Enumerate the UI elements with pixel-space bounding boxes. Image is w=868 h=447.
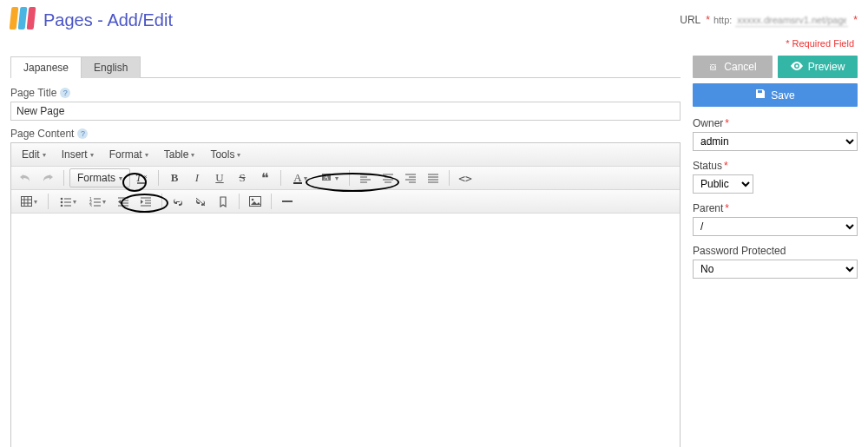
menu-table[interactable]: Table▾ bbox=[157, 145, 202, 164]
menu-format[interactable]: Format▾ bbox=[102, 145, 155, 164]
menu-insert[interactable]: Insert▾ bbox=[55, 145, 101, 164]
page-content-label: Page Content bbox=[10, 128, 74, 140]
page-heading: Pages - Add/Edit bbox=[43, 10, 173, 30]
clear-formatting-button[interactable]: T× bbox=[132, 168, 153, 187]
svg-rect-21 bbox=[21, 197, 31, 207]
tab-japanese[interactable]: Japanese bbox=[10, 56, 82, 78]
language-tabs: Japanese English bbox=[10, 56, 681, 78]
svg-point-48 bbox=[252, 199, 254, 201]
password-protected-select[interactable]: No bbox=[693, 260, 858, 279]
required-star-icon: * bbox=[725, 117, 729, 129]
image-button[interactable] bbox=[245, 192, 266, 211]
svg-point-30 bbox=[60, 205, 62, 207]
blockquote-button[interactable]: ❝ bbox=[254, 168, 275, 187]
align-center-button[interactable] bbox=[378, 168, 398, 187]
chevron-down-icon: ▾ bbox=[90, 151, 94, 159]
text-color-button[interactable]: A▾ bbox=[286, 168, 314, 187]
link-button[interactable] bbox=[168, 192, 188, 211]
align-left-button[interactable] bbox=[355, 168, 376, 187]
bullet-list-button[interactable]: ▾ bbox=[54, 192, 82, 211]
cancel-button[interactable]: ⦻ Cancel bbox=[693, 56, 773, 78]
tab-english[interactable]: English bbox=[81, 56, 141, 78]
outdent-button[interactable] bbox=[113, 192, 134, 211]
table-button[interactable]: ▾ bbox=[15, 192, 43, 211]
parent-label: Parent bbox=[693, 202, 723, 214]
url-label: URL bbox=[680, 14, 700, 26]
chevron-down-icon: ▾ bbox=[237, 151, 240, 159]
chevron-down-icon: ▾ bbox=[119, 174, 122, 182]
svg-point-26 bbox=[60, 198, 62, 200]
chevron-down-icon: ▾ bbox=[191, 151, 194, 159]
page-title-label: Page Title bbox=[10, 87, 56, 99]
owner-select[interactable]: admin bbox=[693, 132, 858, 151]
svg-text:3: 3 bbox=[89, 203, 92, 207]
required-star-icon: * bbox=[706, 14, 710, 26]
svg-point-50 bbox=[795, 65, 798, 68]
menu-edit[interactable]: Edit▾ bbox=[15, 145, 53, 164]
svg-text:A: A bbox=[324, 174, 329, 181]
password-protected-label: Password Protected bbox=[693, 245, 786, 257]
parent-select[interactable]: / bbox=[693, 217, 858, 236]
preview-button[interactable]: Preview bbox=[778, 56, 858, 78]
align-justify-button[interactable] bbox=[423, 168, 444, 187]
svg-point-28 bbox=[60, 201, 62, 204]
status-label: Status bbox=[693, 160, 722, 172]
status-select[interactable]: Public bbox=[693, 174, 753, 194]
menu-tools[interactable]: Tools▾ bbox=[203, 145, 247, 164]
required-star-icon: * bbox=[724, 160, 728, 172]
eye-icon bbox=[791, 61, 803, 73]
italic-button[interactable]: I bbox=[187, 168, 207, 187]
url-input[interactable] bbox=[735, 14, 848, 27]
cancel-icon: ⦻ bbox=[708, 61, 719, 73]
chevron-down-icon: ▾ bbox=[43, 151, 46, 159]
unlink-button[interactable] bbox=[190, 192, 211, 211]
undo-button[interactable] bbox=[15, 168, 36, 187]
bookmark-button[interactable] bbox=[213, 192, 233, 211]
horizontal-rule-button[interactable] bbox=[277, 192, 298, 211]
app-logo bbox=[10, 7, 36, 33]
page-title-input[interactable] bbox=[10, 102, 681, 121]
source-code-button[interactable]: <> bbox=[455, 168, 476, 187]
svg-text:T: T bbox=[135, 172, 142, 184]
required-star-icon: * bbox=[853, 14, 858, 26]
rich-text-editor: Edit▾ Insert▾ Format▾ Table▾ Tools▾ Form… bbox=[10, 142, 681, 447]
save-icon bbox=[755, 89, 766, 102]
formats-dropdown[interactable]: Formats▾ bbox=[69, 168, 130, 187]
indent-button[interactable] bbox=[135, 192, 156, 211]
underline-button[interactable]: U bbox=[209, 168, 230, 187]
bold-button[interactable]: B bbox=[164, 168, 185, 187]
required-field-note: * Required Field bbox=[0, 36, 868, 56]
editor-content-area[interactable] bbox=[11, 214, 680, 447]
numbered-list-button[interactable]: 123 ▾ bbox=[83, 192, 111, 211]
required-star-icon: * bbox=[725, 202, 729, 214]
help-icon[interactable]: ? bbox=[60, 88, 70, 98]
svg-text:×: × bbox=[143, 173, 148, 181]
owner-label: Owner bbox=[693, 117, 723, 129]
background-color-button[interactable]: A ▾ bbox=[316, 168, 344, 187]
save-button[interactable]: Save bbox=[693, 83, 858, 107]
help-icon[interactable]: ? bbox=[77, 128, 88, 139]
redo-button[interactable] bbox=[37, 168, 58, 187]
align-right-button[interactable] bbox=[400, 168, 421, 187]
url-prefix: http: bbox=[713, 15, 732, 25]
strikethrough-button[interactable]: S bbox=[232, 168, 253, 187]
chevron-down-icon: ▾ bbox=[145, 151, 148, 159]
